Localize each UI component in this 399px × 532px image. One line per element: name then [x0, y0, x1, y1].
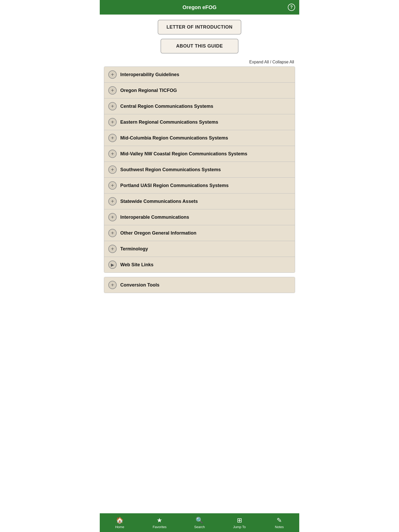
list-item-mid-columbia[interactable]: +Mid-Columbia Region Communications Syst…	[104, 130, 295, 146]
nav-item-search[interactable]: 🔍Search	[179, 513, 220, 532]
list-item-central-region[interactable]: +Central Region Communications Systems	[104, 98, 295, 114]
main-content: LETTER OF INTRODUCTION ABOUT THIS GUIDE …	[100, 15, 299, 513]
favorites-icon: ★	[157, 517, 162, 524]
help-button[interactable]: ?	[288, 4, 295, 11]
list-item-southwest-region[interactable]: +Southwest Region Communications Systems	[104, 162, 295, 178]
arrow-icon: ▶	[108, 261, 117, 269]
plus-icon: +	[108, 165, 117, 174]
plus-icon: +	[108, 86, 117, 95]
letter-of-introduction-button[interactable]: LETTER OF INTRODUCTION	[158, 20, 241, 35]
list-item-label: Portland UASI Region Communications Syst…	[120, 183, 229, 188]
about-this-guide-button[interactable]: ABOUT THIS GUIDE	[161, 39, 238, 54]
app-header: Oregon eFOG ?	[100, 0, 299, 15]
plus-icon: +	[108, 229, 117, 237]
list-item-label: Other Oregon General Information	[120, 230, 196, 236]
list-item-oregon-regional-ticfog[interactable]: +Oregon Regional TICFOG	[104, 83, 295, 98]
list-item-label: Eastern Regional Communications Systems	[120, 119, 218, 125]
secondary-list-section: +Conversion Tools	[104, 277, 295, 293]
list-item-label: Interoperable Communications	[120, 215, 189, 220]
app-title: Oregon eFOG	[182, 4, 216, 10]
plus-icon: +	[108, 134, 117, 142]
list-item-interoperability-guidelines[interactable]: +Interoperability Guidelines	[104, 67, 295, 83]
buttons-area: LETTER OF INTRODUCTION ABOUT THIS GUIDE	[104, 20, 295, 54]
nav-item-favorites[interactable]: ★Favorites	[140, 513, 180, 532]
list-item-label: Mid-Columbia Region Communications Syste…	[120, 135, 228, 141]
nav-label-search: Search	[194, 525, 205, 529]
plus-icon: +	[108, 70, 117, 79]
plus-icon: +	[108, 150, 117, 158]
nav-label-favorites: Favorites	[153, 525, 167, 529]
list-item-label: Oregon Regional TICFOG	[120, 88, 177, 93]
search-icon: 🔍	[196, 517, 203, 524]
plus-icon: +	[108, 213, 117, 221]
list-item-label: Terminology	[120, 246, 148, 252]
main-list-section: +Interoperability Guidelines+Oregon Regi…	[104, 66, 295, 273]
list-item-conversion-tools[interactable]: +Conversion Tools	[104, 277, 295, 293]
list-item-portland-uasi[interactable]: +Portland UASI Region Communications Sys…	[104, 178, 295, 194]
list-item-interoperable-comms[interactable]: +Interoperable Communications	[104, 209, 295, 225]
list-item-label: Central Region Communications Systems	[120, 104, 213, 109]
plus-icon: +	[108, 197, 117, 205]
list-item-terminology[interactable]: +Terminology	[104, 241, 295, 257]
plus-icon: +	[108, 181, 117, 190]
list-item-mid-valley-nw[interactable]: +Mid-Valley NW Coastal Region Communicat…	[104, 146, 295, 162]
expand-collapse-link[interactable]: Expand All / Collapse All	[249, 60, 294, 64]
nav-label-notes: Notes	[275, 525, 284, 529]
list-item-label: Statewide Communications Assets	[120, 199, 198, 204]
plus-icon: +	[108, 102, 117, 110]
plus-icon: +	[108, 281, 117, 289]
list-item-label: Mid-Valley NW Coastal Region Communicati…	[120, 151, 247, 157]
nav-label-home: Home	[115, 525, 124, 529]
nav-item-home[interactable]: 🏠Home	[100, 513, 140, 532]
nav-item-jump-to[interactable]: ⊞Jump To	[220, 513, 260, 532]
nav-label-jump-to: Jump To	[233, 525, 246, 529]
list-item-statewide-assets[interactable]: +Statewide Communications Assets	[104, 194, 295, 209]
list-item-other-oregon[interactable]: +Other Oregon General Information	[104, 225, 295, 241]
plus-icon: +	[108, 118, 117, 126]
plus-icon: +	[108, 245, 117, 253]
list-item-label: Web Site Links	[120, 262, 154, 268]
nav-item-notes[interactable]: ✎Notes	[259, 513, 299, 532]
expand-collapse-row: Expand All / Collapse All	[104, 60, 295, 64]
list-item-eastern-regional[interactable]: +Eastern Regional Communications Systems	[104, 114, 295, 130]
list-item-web-site-links[interactable]: ▶Web Site Links	[104, 257, 295, 272]
notes-icon: ✎	[277, 517, 282, 524]
list-item-label: Southwest Region Communications Systems	[120, 167, 221, 172]
jump-to-icon: ⊞	[237, 517, 242, 524]
home-icon: 🏠	[116, 517, 124, 524]
list-item-label: Conversion Tools	[120, 282, 159, 288]
bottom-nav: 🏠Home★Favorites🔍Search⊞Jump To✎Notes	[100, 513, 299, 532]
list-item-label: Interoperability Guidelines	[120, 72, 179, 77]
